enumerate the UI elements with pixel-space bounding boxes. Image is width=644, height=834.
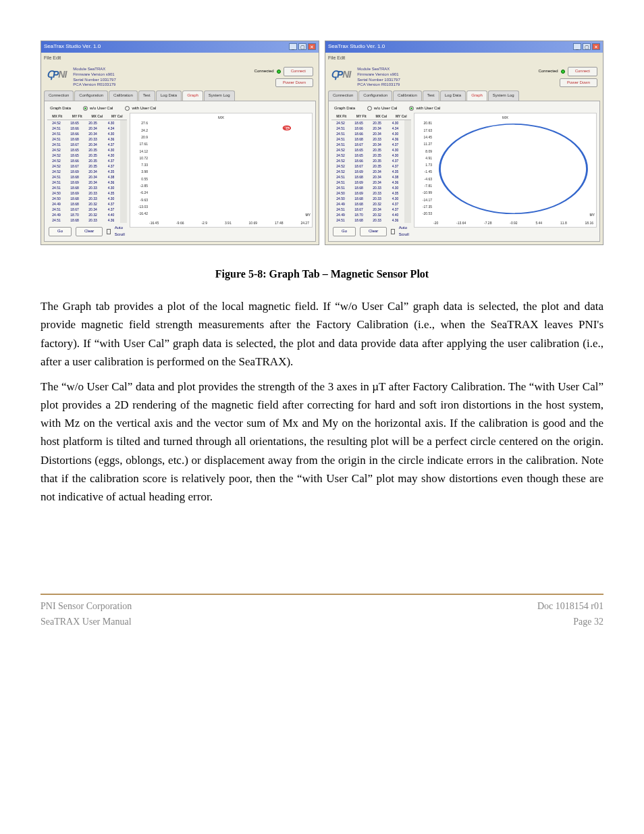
figure-caption: Figure 5-8: Graph Tab – Magnetic Sensor … bbox=[41, 265, 603, 283]
tab-configuration[interactable]: Configuration bbox=[358, 90, 392, 101]
tab-log-data[interactable]: Log Data bbox=[440, 90, 466, 101]
connected-label: Connected bbox=[254, 68, 274, 75]
radio-with-usercal[interactable]: with User Cal bbox=[409, 105, 440, 112]
menubar[interactable]: File Edit bbox=[41, 53, 319, 63]
status-led-icon bbox=[561, 70, 565, 74]
radio-with-usercal[interactable]: with User Cal bbox=[125, 105, 156, 112]
col-mycal: MY Cal bbox=[107, 113, 128, 119]
radio-wo-usercal[interactable]: w/o User Cal bbox=[83, 105, 113, 112]
table-row: 24.5118.6720.344.37 bbox=[331, 142, 404, 147]
maximize-icon[interactable]: ▢ bbox=[298, 43, 306, 50]
col-myflt: MY Flt bbox=[68, 113, 88, 119]
table-row: 24.5218.6720.354.37 bbox=[331, 163, 404, 169]
table-row: 24.4918.6820.324.37 bbox=[47, 201, 120, 207]
scrollbar-thumb[interactable] bbox=[121, 120, 126, 131]
menubar[interactable]: File Edit bbox=[325, 53, 603, 63]
y-axis: 27.624.220.917.6114.1210.727.333.980.55-… bbox=[132, 120, 148, 216]
table-row: 24.5218.6720.354.37 bbox=[47, 163, 120, 169]
serial-number: Serial Number 1031797 bbox=[357, 78, 400, 83]
clear-button[interactable]: Clear bbox=[76, 227, 103, 236]
plot-left: MX 27.624.220.917.6114.1210.727.333.980.… bbox=[130, 113, 313, 228]
close-icon[interactable]: ✕ bbox=[308, 43, 316, 50]
module-info: Module SeaTRAX Firmware Version s901 Ser… bbox=[73, 67, 115, 88]
table-body[interactable]: 24.5218.6520.354.3024.5118.6620.344.3424… bbox=[331, 120, 411, 223]
table-row: 24.5118.6820.344.38 bbox=[331, 174, 404, 180]
table-row: 24.5118.6920.344.36 bbox=[331, 180, 404, 185]
power-down-button[interactable]: Power Down bbox=[560, 78, 597, 88]
app-window-right: SeaTrax Studio Ver. 1.0 _ ▢ ✕ File Edit … bbox=[325, 41, 603, 245]
y-axis: 20.8117.6314.4511.278.094.911.73-1.45-4.… bbox=[416, 120, 432, 216]
tab-calibration[interactable]: Calibration bbox=[393, 90, 422, 101]
table-row: 24.5218.6520.354.30 bbox=[331, 120, 404, 126]
table-row: 24.5118.6820.334.36 bbox=[47, 217, 120, 223]
table-row: 24.5118.6820.334.36 bbox=[47, 136, 120, 142]
table-row: 24.5118.6620.344.30 bbox=[331, 131, 404, 136]
table-row: 24.4918.7020.324.40 bbox=[47, 212, 120, 217]
tab-connection[interactable]: Connection bbox=[328, 90, 358, 101]
tab-log-data[interactable]: Log Data bbox=[156, 90, 182, 101]
scrollbar-thumb[interactable] bbox=[405, 120, 410, 131]
connect-button[interactable]: Connect bbox=[284, 67, 313, 76]
table-row: 24.5118.6820.334.36 bbox=[331, 217, 404, 223]
autoscroll-checkbox[interactable] bbox=[391, 229, 394, 234]
window-title: SeaTrax Studio Ver. 1.0 bbox=[328, 43, 385, 51]
table-row: 24.5118.6620.344.30 bbox=[47, 131, 120, 136]
tab-test[interactable]: Test bbox=[423, 90, 439, 101]
window-controls: _ ▢ ✕ bbox=[573, 43, 600, 50]
table-row: 24.5118.6820.334.36 bbox=[331, 136, 404, 142]
figure-row: SeaTrax Studio Ver. 1.0 _ ▢ ✕ File Edit … bbox=[41, 41, 603, 245]
pni-logo: ҀPNI bbox=[47, 67, 66, 82]
table-row: 24.5018.6920.334.35 bbox=[331, 190, 404, 196]
titlebar: SeaTrax Studio Ver. 1.0 _ ▢ ✕ bbox=[41, 41, 319, 53]
firmware-version: Firmware Version s901 bbox=[357, 72, 400, 78]
go-button[interactable]: Go bbox=[49, 227, 72, 236]
minimize-icon[interactable]: _ bbox=[573, 43, 581, 50]
table-row: 24.5118.6620.344.34 bbox=[47, 126, 120, 131]
maximize-icon[interactable]: ▢ bbox=[583, 43, 591, 50]
table-row: 24.5218.6520.354.30 bbox=[47, 153, 120, 158]
connection-block: Connected Connect Power Down bbox=[539, 67, 597, 87]
table-body[interactable]: 24.5218.6520.354.3024.5118.6620.344.3424… bbox=[47, 120, 127, 223]
graph-panel: Graph Data w/o User Cal with User Cal MX… bbox=[328, 101, 600, 242]
tab-calibration[interactable]: Calibration bbox=[109, 90, 138, 101]
table-row: 24.4918.6820.324.37 bbox=[331, 201, 404, 207]
tab-graph[interactable]: Graph bbox=[466, 90, 487, 101]
footer-manual: SeaTRAX User Manual bbox=[41, 615, 132, 629]
tab-system-log[interactable]: System Log bbox=[488, 90, 519, 101]
minimize-icon[interactable]: _ bbox=[289, 43, 297, 50]
status-led-icon bbox=[277, 70, 281, 74]
footer-doc: Doc 1018154 r01 bbox=[537, 599, 603, 614]
graph-panel: Graph Data w/o User Cal with User Cal MX… bbox=[44, 101, 316, 242]
graph-data-label: Graph Data bbox=[334, 105, 355, 112]
tab-test[interactable]: Test bbox=[138, 90, 155, 101]
pni-logo: ҀPNI bbox=[331, 67, 350, 82]
svg-point-2 bbox=[439, 124, 587, 213]
table-row: 24.5118.6920.344.36 bbox=[47, 180, 120, 185]
data-table: MX Flt MY Flt MX Cal MY Cal 24.5218.6520… bbox=[47, 113, 127, 238]
table-header: MX Flt MY Flt MX Cal MY Cal bbox=[331, 113, 411, 120]
graph-data-radios: Graph Data w/o User Cal with User Cal bbox=[47, 104, 313, 113]
radio-wo-usercal[interactable]: w/o User Cal bbox=[367, 105, 397, 112]
x-axis: -20-13.64-7.28-0.925.4411.818.16 bbox=[433, 220, 593, 226]
table-row: 24.5018.6920.334.35 bbox=[47, 190, 120, 196]
x-label: MY bbox=[306, 212, 311, 217]
tab-graph[interactable]: Graph bbox=[182, 90, 203, 101]
connect-button[interactable]: Connect bbox=[568, 67, 597, 76]
x-label: MY bbox=[590, 212, 595, 217]
tab-configuration[interactable]: Configuration bbox=[74, 90, 108, 101]
tab-system-log[interactable]: System Log bbox=[204, 90, 235, 101]
tab-connection[interactable]: Connection bbox=[44, 90, 74, 101]
autoscroll-checkbox[interactable] bbox=[107, 229, 110, 234]
col-mycal: MY Cal bbox=[392, 113, 412, 119]
table-row: 24.5118.6820.344.38 bbox=[47, 174, 120, 180]
header-block: ҀPNI Module SeaTRAX Firmware Version s90… bbox=[325, 63, 603, 90]
go-button[interactable]: Go bbox=[333, 227, 356, 236]
table-row: 24.5118.6720.344.37 bbox=[47, 207, 120, 212]
table-row: 24.5218.6620.354.37 bbox=[47, 158, 120, 163]
app-window-left: SeaTrax Studio Ver. 1.0 _ ▢ ✕ File Edit … bbox=[41, 41, 319, 245]
clear-button[interactable]: Clear bbox=[360, 227, 387, 236]
close-icon[interactable]: ✕ bbox=[592, 43, 600, 50]
pca-version: PCA Version R0103179 bbox=[357, 82, 400, 88]
power-down-button[interactable]: Power Down bbox=[275, 78, 313, 88]
col-mxcal: MX Cal bbox=[87, 113, 107, 119]
